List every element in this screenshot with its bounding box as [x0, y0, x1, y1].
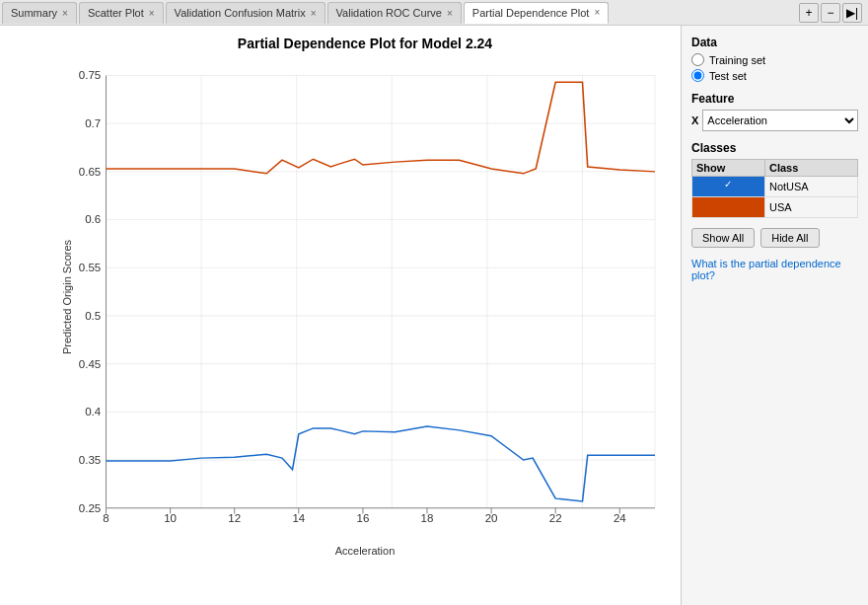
tab-summary-close[interactable]: ×	[62, 8, 68, 19]
svg-text:8: 8	[103, 513, 108, 525]
feature-select[interactable]: Acceleration	[702, 110, 858, 131]
feature-section: Feature X Acceleration	[691, 92, 858, 131]
svg-text:0.7: 0.7	[85, 117, 101, 129]
nav-button[interactable]: ▶|	[842, 3, 862, 23]
svg-text:0.45: 0.45	[79, 358, 101, 370]
svg-text:16: 16	[356, 513, 369, 525]
svg-text:0.35: 0.35	[79, 454, 101, 466]
usa-checkbox[interactable]	[722, 199, 736, 213]
svg-text:12: 12	[228, 513, 241, 525]
tab-confusion-close[interactable]: ×	[311, 8, 317, 19]
svg-text:18: 18	[421, 513, 434, 525]
class-row-usa: ✓ USA	[692, 197, 858, 218]
svg-text:0.6: 0.6	[85, 214, 101, 226]
tab-roc[interactable]: Validation ROC Curve ×	[327, 2, 462, 24]
right-panel: Data Training set Test set Feature X Acc…	[681, 26, 868, 605]
btn-row: Show All Hide All	[691, 228, 858, 248]
chart-area: Partial Dependence Plot for Model 2.24 P…	[0, 26, 681, 605]
training-set-option[interactable]: Training set	[691, 53, 858, 66]
tab-roc-close[interactable]: ×	[447, 8, 453, 19]
hide-all-button[interactable]: Hide All	[760, 228, 819, 248]
feature-row: X Acceleration	[691, 110, 858, 131]
svg-text:0.75: 0.75	[79, 70, 101, 82]
y-axis-label: Predicted Origin Scores	[61, 239, 73, 353]
svg-text:0.4: 0.4	[85, 407, 101, 418]
tab-scatter[interactable]: Scatter Plot ×	[79, 2, 164, 24]
zoom-out-button[interactable]: −	[821, 3, 840, 23]
test-set-radio[interactable]	[691, 69, 704, 82]
svg-text:20: 20	[485, 513, 498, 525]
zoom-in-button[interactable]: +	[799, 3, 819, 23]
svg-text:22: 22	[549, 513, 562, 525]
usa-class-label: USA	[764, 197, 857, 218]
svg-text:14: 14	[292, 513, 305, 525]
feature-x-label: X	[691, 114, 698, 126]
svg-text:0.25: 0.25	[79, 502, 101, 514]
radio-group: Training set Test set	[691, 53, 858, 82]
tab-confusion[interactable]: Validation Confusion Matrix ×	[166, 2, 326, 24]
x-axis-label: Acceleration	[54, 545, 676, 557]
main-content: Partial Dependence Plot for Model 2.24 P…	[0, 26, 868, 605]
notusa-class-label: NotUSA	[764, 177, 857, 197]
chart-title: Partial Dependence Plot for Model 2.24	[54, 36, 676, 51]
class-col-header: Class	[764, 160, 857, 177]
svg-text:10: 10	[164, 513, 177, 525]
chart-container: Predicted Origin Scores	[54, 56, 676, 537]
data-section: Data Training set Test set	[691, 36, 858, 82]
show-col-header: Show	[692, 160, 765, 177]
tab-pdp[interactable]: Partial Dependence Plot ×	[464, 2, 609, 24]
svg-text:0.65: 0.65	[79, 166, 101, 178]
tab-bar: Summary × Scatter Plot × Validation Conf…	[0, 0, 868, 26]
feature-section-title: Feature	[691, 92, 858, 106]
help-link[interactable]: What is the partial dependence plot?	[691, 258, 858, 281]
svg-text:24: 24	[614, 513, 626, 525]
toolbar-icons: + − ▶|	[799, 3, 866, 23]
classes-table: Show Class ✓ NotUSA	[691, 159, 858, 218]
tab-summary[interactable]: Summary ×	[2, 2, 77, 24]
classes-section-title: Classes	[691, 141, 858, 155]
classes-section: Classes Show Class ✓ NotUSA	[691, 141, 858, 218]
training-set-radio[interactable]	[691, 53, 704, 66]
tab-pdp-close[interactable]: ×	[594, 7, 600, 18]
show-all-button[interactable]: Show All	[691, 228, 755, 248]
svg-text:0.5: 0.5	[85, 310, 101, 322]
class-row-notusa: ✓ NotUSA	[692, 177, 858, 197]
svg-text:0.55: 0.55	[79, 263, 101, 274]
tab-scatter-close[interactable]: ×	[149, 8, 155, 19]
chart-svg: 0.75 0.7 0.65 0.6 0.55 0.5 0.45 0.4 0.35…	[54, 56, 676, 537]
notusa-checkbox[interactable]	[722, 179, 736, 192]
test-set-option[interactable]: Test set	[691, 69, 858, 82]
data-section-title: Data	[691, 36, 858, 49]
